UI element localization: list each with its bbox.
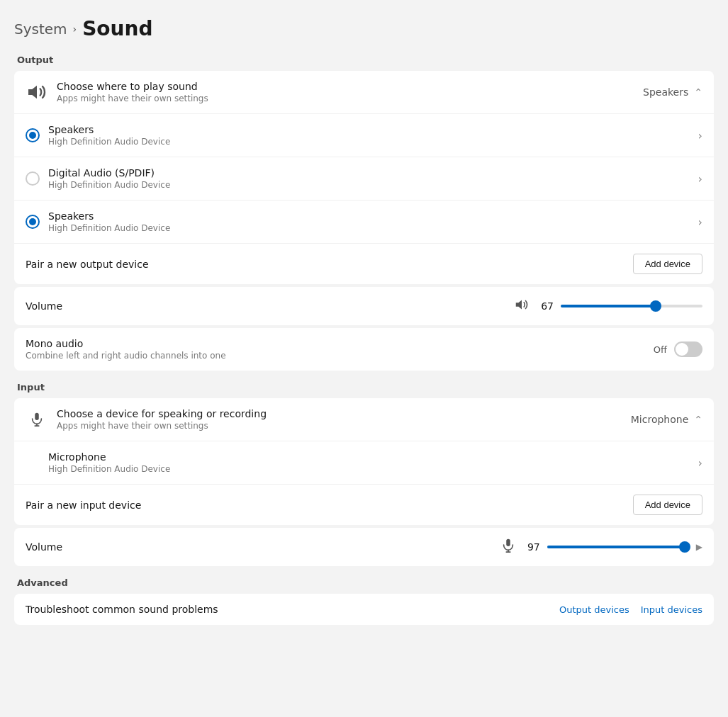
input-volume-row: Volume 97 ▶ <box>14 528 714 566</box>
input-volume-value: 97 <box>523 541 540 553</box>
troubleshoot-label: Troubleshoot common sound problems <box>26 604 559 615</box>
input-volume-thumb[interactable] <box>679 541 690 553</box>
mono-audio-subtitle: Combine left and right audio channels in… <box>26 351 654 361</box>
svg-marker-0 <box>28 86 37 99</box>
mono-audio-state: Off <box>654 344 667 355</box>
output-section: Output Choose where to play sound Apps m… <box>14 55 714 371</box>
input-volume-icon <box>500 538 516 556</box>
output-device-chevron-0[interactable]: › <box>698 129 702 142</box>
add-output-device-button[interactable]: Add device <box>633 254 702 274</box>
choose-input-content: Choose a device for speaking or recordin… <box>57 408 631 431</box>
choose-output-subtitle: Apps might have their own settings <box>57 94 643 103</box>
output-device-row-1[interactable]: Digital Audio (S/PDIF) High Definition A… <box>14 157 714 201</box>
input-device-sub-0: High Definition Audio Device <box>48 464 698 474</box>
mono-audio-content: Mono audio Combine left and right audio … <box>26 338 654 361</box>
output-device-content-2: Speakers High Definition Audio Device <box>48 210 698 233</box>
output-card: Choose where to play sound Apps might ha… <box>14 71 714 284</box>
input-devices-link[interactable]: Input devices <box>641 604 702 615</box>
choose-output-right: Speakers ⌃ <box>643 86 702 98</box>
input-device-content-0: Microphone High Definition Audio Device <box>48 451 698 474</box>
choose-output-title: Choose where to play sound <box>57 81 643 92</box>
radio-digital-audio[interactable] <box>26 171 40 186</box>
output-volume-row: Volume 67 <box>14 287 714 325</box>
output-volume-value: 67 <box>537 300 554 312</box>
output-device-content-0: Speakers High Definition Audio Device <box>48 124 698 147</box>
mono-audio-row: Mono audio Combine left and right audio … <box>14 328 714 371</box>
output-device-sub-0: High Definition Audio Device <box>48 137 698 147</box>
output-device-sub-2: High Definition Audio Device <box>48 223 698 233</box>
output-device-chevron-1[interactable]: › <box>698 172 702 186</box>
output-device-content-1: Digital Audio (S/PDIF) High Definition A… <box>48 167 698 190</box>
output-device-row-2[interactable]: Speakers High Definition Audio Device › <box>14 201 714 244</box>
input-device-chevron-0[interactable]: › <box>698 456 702 470</box>
mono-audio-toggle[interactable] <box>674 341 702 357</box>
radio-speakers-1[interactable] <box>26 128 40 142</box>
output-volume-right: 67 <box>514 297 702 315</box>
troubleshoot-links: Output devices Input devices <box>559 604 702 615</box>
output-device-name-1: Digital Audio (S/PDIF) <box>48 167 698 179</box>
mono-toggle-thumb <box>676 343 688 356</box>
current-input-device: Microphone <box>631 414 689 425</box>
output-devices-link[interactable]: Output devices <box>559 604 629 615</box>
pair-output-row: Pair a new output device Add device <box>14 244 714 284</box>
svg-rect-5 <box>506 539 510 546</box>
output-volume-label: Volume <box>26 300 514 312</box>
input-volume-slider[interactable] <box>547 546 689 548</box>
input-section-label: Input <box>14 382 714 393</box>
add-input-device-button[interactable]: Add device <box>633 495 702 515</box>
breadcrumb: System › Sound <box>14 17 714 40</box>
output-section-label: Output <box>14 55 714 65</box>
choose-output-content: Choose where to play sound Apps might ha… <box>57 81 643 103</box>
microphone-icon <box>26 408 48 431</box>
current-output-device: Speakers <box>643 86 688 98</box>
troubleshoot-row: Troubleshoot common sound problems Outpu… <box>14 594 714 625</box>
breadcrumb-chevron: › <box>73 23 77 35</box>
input-volume-fill <box>547 546 685 548</box>
mono-audio-right: Off <box>654 341 702 357</box>
breadcrumb-system[interactable]: System <box>14 21 67 38</box>
choose-input-row[interactable]: Choose a device for speaking or recordin… <box>14 398 714 441</box>
output-device-chevron-2[interactable]: › <box>698 215 702 229</box>
page-title: Sound <box>82 17 152 40</box>
svg-rect-2 <box>35 413 39 420</box>
input-device-name-0: Microphone <box>48 451 698 463</box>
input-chevron-up[interactable]: ⌃ <box>694 414 702 425</box>
input-card: Choose a device for speaking or recordin… <box>14 398 714 525</box>
output-device-row-0[interactable]: Speakers High Definition Audio Device › <box>14 114 714 157</box>
radio-speakers-2[interactable] <box>26 215 40 229</box>
output-device-name-2: Speakers <box>48 210 698 222</box>
output-device-sub-1: High Definition Audio Device <box>48 180 698 190</box>
output-volume-fill <box>561 305 656 307</box>
input-volume-right: 97 ▶ <box>500 538 702 556</box>
svg-marker-1 <box>516 300 522 310</box>
choose-input-title: Choose a device for speaking or recordin… <box>57 408 631 419</box>
output-chevron-up[interactable]: ⌃ <box>694 86 702 98</box>
input-volume-bar-icon: ▶ <box>696 542 702 552</box>
pair-output-label: Pair a new output device <box>26 259 633 270</box>
output-device-name-0: Speakers <box>48 124 698 135</box>
output-volume-thumb[interactable] <box>650 300 661 312</box>
output-volume-icon <box>514 297 530 315</box>
input-section: Input Choose a device for speaking or re… <box>14 382 714 566</box>
choose-input-right: Microphone ⌃ <box>631 414 702 425</box>
mono-audio-title: Mono audio <box>26 338 654 349</box>
pair-input-label: Pair a new input device <box>26 499 633 511</box>
pair-input-row: Pair a new input device Add device <box>14 485 714 525</box>
output-volume-slider[interactable] <box>561 305 702 307</box>
choose-output-row[interactable]: Choose where to play sound Apps might ha… <box>14 71 714 114</box>
choose-input-subtitle: Apps might have their own settings <box>57 421 631 431</box>
speaker-icon <box>26 81 48 103</box>
input-device-row-0[interactable]: Microphone High Definition Audio Device … <box>14 441 714 485</box>
advanced-section-label: Advanced <box>14 577 714 588</box>
advanced-section: Advanced Troubleshoot common sound probl… <box>14 577 714 625</box>
input-volume-label: Volume <box>26 541 500 553</box>
